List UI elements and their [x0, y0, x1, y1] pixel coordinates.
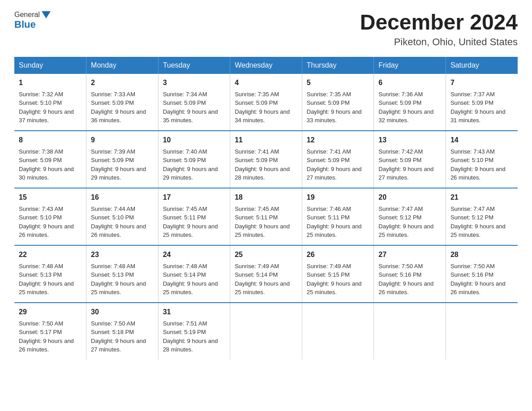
day-number: 30: [91, 307, 154, 317]
day-sunrise: Sunrise: 7:46 AM: [307, 206, 351, 212]
day-cell: 8 Sunrise: 7:38 AM Sunset: 5:09 PM Dayli…: [14, 131, 86, 188]
day-sunset: Sunset: 5:09 PM: [378, 157, 421, 163]
day-sunrise: Sunrise: 7:41 AM: [235, 148, 279, 155]
day-number: 29: [19, 307, 82, 317]
day-daylight: Daylight: 9 hours and 26 minutes.: [19, 223, 74, 239]
day-sunrise: Sunrise: 7:35 AM: [307, 91, 351, 98]
week-row-5: 29 Sunrise: 7:50 AM Sunset: 5:17 PM Dayl…: [14, 303, 518, 360]
day-daylight: Daylight: 9 hours and 26 minutes.: [378, 280, 433, 296]
day-sunrise: Sunrise: 7:44 AM: [91, 206, 135, 212]
day-sunrise: Sunrise: 7:50 AM: [450, 263, 495, 270]
day-number: 14: [450, 135, 513, 146]
day-cell: 25 Sunrise: 7:49 AM Sunset: 5:14 PM Dayl…: [230, 245, 302, 303]
day-cell: 28 Sunrise: 7:50 AM Sunset: 5:16 PM Dayl…: [446, 245, 518, 303]
day-cell: 7 Sunrise: 7:37 AM Sunset: 5:09 PM Dayli…: [446, 74, 518, 131]
week-row-1: 1 Sunrise: 7:32 AM Sunset: 5:10 PM Dayli…: [14, 74, 518, 131]
day-number: 9: [91, 135, 154, 146]
day-cell: 27 Sunrise: 7:50 AM Sunset: 5:16 PM Dayl…: [374, 245, 446, 303]
day-daylight: Daylight: 9 hours and 25 minutes.: [19, 280, 74, 296]
week-row-4: 22 Sunrise: 7:48 AM Sunset: 5:13 PM Dayl…: [14, 245, 518, 303]
day-cell: 17 Sunrise: 7:45 AM Sunset: 5:11 PM Dayl…: [158, 188, 230, 245]
day-sunset: Sunset: 5:09 PM: [235, 157, 278, 163]
day-number: 1: [19, 77, 82, 88]
day-daylight: Daylight: 9 hours and 26 minutes.: [19, 338, 74, 353]
day-sunset: Sunset: 5:16 PM: [450, 271, 493, 278]
day-sunset: Sunset: 5:10 PM: [19, 214, 62, 221]
day-daylight: Daylight: 9 hours and 25 minutes.: [163, 223, 218, 239]
day-sunset: Sunset: 5:19 PM: [163, 329, 206, 335]
day-cell: 1 Sunrise: 7:32 AM Sunset: 5:10 PM Dayli…: [14, 74, 86, 131]
day-number: 21: [450, 192, 513, 203]
header-thursday: Thursday: [302, 57, 374, 74]
day-cell: 14 Sunrise: 7:43 AM Sunset: 5:10 PM Dayl…: [446, 131, 518, 188]
day-sunrise: Sunrise: 7:48 AM: [19, 263, 63, 270]
day-daylight: Daylight: 9 hours and 28 minutes.: [235, 166, 290, 181]
day-number: 25: [235, 249, 297, 260]
header-tuesday: Tuesday: [158, 57, 230, 74]
month-title: December 2024: [360, 11, 518, 34]
day-cell: 20 Sunrise: 7:47 AM Sunset: 5:12 PM Dayl…: [374, 188, 446, 245]
day-cell: 6 Sunrise: 7:36 AM Sunset: 5:09 PM Dayli…: [374, 74, 446, 131]
day-sunset: Sunset: 5:10 PM: [19, 99, 62, 106]
day-sunset: Sunset: 5:15 PM: [307, 271, 350, 278]
logo-general-text: General: [14, 11, 40, 19]
day-daylight: Daylight: 9 hours and 37 minutes.: [19, 108, 74, 124]
day-sunrise: Sunrise: 7:33 AM: [91, 91, 135, 98]
day-sunrise: Sunrise: 7:49 AM: [307, 263, 351, 270]
day-sunset: Sunset: 5:17 PM: [19, 329, 62, 335]
week-row-2: 8 Sunrise: 7:38 AM Sunset: 5:09 PM Dayli…: [14, 131, 518, 188]
day-sunrise: Sunrise: 7:42 AM: [378, 148, 423, 155]
day-daylight: Daylight: 9 hours and 34 minutes.: [235, 108, 290, 124]
day-sunrise: Sunrise: 7:50 AM: [378, 263, 423, 270]
day-sunrise: Sunrise: 7:49 AM: [235, 263, 279, 270]
day-sunrise: Sunrise: 7:36 AM: [378, 91, 423, 98]
day-sunset: Sunset: 5:14 PM: [235, 271, 278, 278]
day-cell: 10 Sunrise: 7:40 AM Sunset: 5:09 PM Dayl…: [158, 131, 230, 188]
day-cell: 4 Sunrise: 7:35 AM Sunset: 5:09 PM Dayli…: [230, 74, 302, 131]
day-sunset: Sunset: 5:09 PM: [307, 157, 350, 163]
day-cell: 21 Sunrise: 7:47 AM Sunset: 5:12 PM Dayl…: [446, 188, 518, 245]
day-cell: 24 Sunrise: 7:48 AM Sunset: 5:14 PM Dayl…: [158, 245, 230, 303]
day-sunset: Sunset: 5:10 PM: [91, 214, 134, 221]
day-number: 22: [19, 249, 82, 260]
day-daylight: Daylight: 9 hours and 33 minutes.: [307, 108, 362, 124]
day-number: 7: [450, 77, 513, 88]
day-number: 27: [378, 249, 441, 260]
day-sunrise: Sunrise: 7:43 AM: [19, 206, 63, 212]
day-daylight: Daylight: 9 hours and 25 minutes.: [450, 223, 506, 239]
day-sunset: Sunset: 5:09 PM: [19, 157, 62, 163]
day-daylight: Daylight: 9 hours and 25 minutes.: [235, 223, 290, 239]
day-cell: [374, 303, 446, 360]
day-number: 13: [378, 135, 441, 146]
day-sunrise: Sunrise: 7:43 AM: [450, 148, 495, 155]
day-number: 18: [235, 192, 297, 203]
header-wednesday: Wednesday: [230, 57, 302, 74]
day-number: 6: [378, 77, 441, 88]
day-cell: 11 Sunrise: 7:41 AM Sunset: 5:09 PM Dayl…: [230, 131, 302, 188]
day-sunrise: Sunrise: 7:34 AM: [163, 91, 207, 98]
day-daylight: Daylight: 9 hours and 26 minutes.: [450, 280, 506, 296]
day-number: 12: [307, 135, 369, 146]
day-number: 24: [163, 249, 226, 260]
day-sunset: Sunset: 5:12 PM: [378, 214, 421, 221]
day-sunset: Sunset: 5:09 PM: [235, 99, 278, 106]
day-sunrise: Sunrise: 7:50 AM: [19, 320, 63, 327]
day-sunset: Sunset: 5:09 PM: [91, 157, 134, 163]
day-sunset: Sunset: 5:16 PM: [378, 271, 421, 278]
location: Piketon, Ohio, United States: [360, 36, 518, 48]
day-cell: 12 Sunrise: 7:41 AM Sunset: 5:09 PM Dayl…: [302, 131, 374, 188]
day-number: 20: [378, 192, 441, 203]
day-sunset: Sunset: 5:11 PM: [163, 214, 206, 221]
day-cell: [230, 303, 302, 360]
day-number: 15: [19, 192, 82, 203]
day-daylight: Daylight: 9 hours and 32 minutes.: [378, 108, 433, 124]
day-cell: 22 Sunrise: 7:48 AM Sunset: 5:13 PM Dayl…: [14, 245, 86, 303]
page-header: General Blue December 2024 Piketon, Ohio…: [14, 11, 518, 48]
day-daylight: Daylight: 9 hours and 35 minutes.: [163, 108, 218, 124]
day-sunrise: Sunrise: 7:47 AM: [450, 206, 495, 212]
header-monday: Monday: [86, 57, 159, 74]
day-daylight: Daylight: 9 hours and 30 minutes.: [19, 166, 74, 181]
day-sunrise: Sunrise: 7:37 AM: [450, 91, 495, 98]
day-sunrise: Sunrise: 7:45 AM: [163, 206, 207, 212]
day-sunset: Sunset: 5:18 PM: [91, 329, 134, 335]
